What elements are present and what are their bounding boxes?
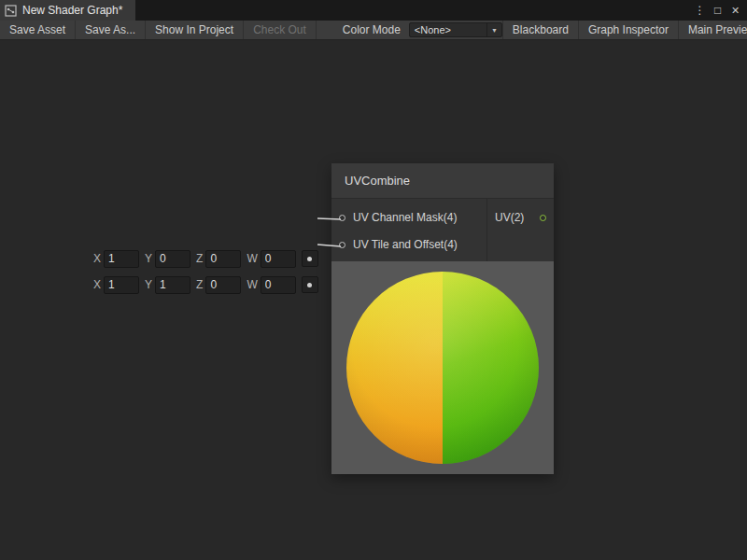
edge-connector-stub[interactable]	[302, 250, 318, 267]
port-circle-icon[interactable]	[339, 215, 345, 221]
tab-new-shader-graph[interactable]: New Shader Graph*	[0, 0, 135, 21]
shader-graph-toolbar: Save Asset Save As... Show In Project Ch…	[0, 21, 747, 40]
field-label-w: W	[247, 252, 257, 265]
shader-graph-window: New Shader Graph* ⋮ □ ✕ Save Asset Save …	[0, 0, 747, 560]
node-uvcombine[interactable]: UVCombine UV Channel Mask(4) UV Tile and…	[331, 163, 554, 474]
color-mode-value: <None>	[415, 24, 451, 35]
close-icon[interactable]: ✕	[728, 0, 742, 21]
graph-inspector-toggle-button[interactable]: Graph Inspector	[578, 21, 678, 39]
node-title: UVCombine	[345, 174, 410, 188]
vector4-input-row-channel-mask: X Y Z W	[93, 249, 318, 268]
z-value-field[interactable]	[205, 250, 241, 268]
output-port-label: UV(2)	[495, 211, 524, 224]
y-value-field[interactable]	[155, 250, 190, 268]
save-as-button[interactable]: Save As...	[76, 21, 146, 39]
maximize-icon[interactable]: □	[711, 0, 725, 21]
vector-field-y: Y	[145, 250, 190, 268]
vector-field-y: Y	[145, 276, 190, 294]
input-ports: UV Channel Mask(4) UV Tile and Offset(4)	[331, 199, 486, 261]
blackboard-toggle-button[interactable]: Blackboard	[502, 21, 578, 39]
sphere-shading	[346, 272, 539, 464]
x-value-field[interactable]	[104, 250, 139, 268]
node-preview	[331, 261, 554, 474]
tab-bar: New Shader Graph* ⋮ □ ✕	[0, 0, 747, 21]
z-value-field[interactable]	[205, 276, 241, 294]
w-value-field[interactable]	[261, 250, 296, 268]
field-label-x: X	[93, 278, 101, 291]
graph-canvas[interactable]: UVCombine UV Channel Mask(4) UV Tile and…	[0, 40, 747, 560]
check-out-button: Check Out	[244, 21, 317, 39]
vector-field-w: W	[247, 276, 295, 294]
port-circle-icon[interactable]	[339, 242, 345, 248]
vector-field-x: X	[93, 276, 139, 294]
toolbar-right-group: Blackboard Graph Inspector Main Preview	[502, 21, 747, 39]
input-port-uv-tile-offset[interactable]: UV Tile and Offset(4)	[339, 237, 486, 252]
window-controls: ⋮ □ ✕	[693, 0, 747, 21]
vector-field-w: W	[247, 250, 295, 268]
x-value-field[interactable]	[104, 276, 139, 294]
vector4-input-row-tile-offset: X Y Z W	[93, 275, 318, 294]
field-label-y: Y	[145, 278, 152, 291]
color-mode-label: Color Mode	[343, 23, 401, 36]
save-asset-button[interactable]: Save Asset	[0, 21, 76, 39]
field-label-z: Z	[196, 278, 203, 291]
chevron-down-icon: ▼	[486, 23, 501, 36]
vector-field-z: Z	[196, 276, 241, 294]
y-value-field[interactable]	[155, 276, 190, 294]
connector-dot-icon	[307, 283, 312, 287]
node-ports: UV Channel Mask(4) UV Tile and Offset(4)…	[331, 199, 554, 261]
menu-icon[interactable]: ⋮	[693, 0, 707, 21]
color-mode-group: Color Mode <None> ▼	[343, 21, 502, 39]
output-ports: UV(2)	[486, 199, 554, 261]
show-in-project-button[interactable]: Show In Project	[146, 21, 244, 39]
input-port-label: UV Channel Mask(4)	[353, 211, 457, 224]
node-header[interactable]: UVCombine	[331, 163, 554, 199]
output-port-uv[interactable]: UV(2)	[495, 210, 546, 225]
shader-graph-icon	[5, 5, 17, 17]
w-value-field[interactable]	[261, 276, 296, 294]
port-circle-icon[interactable]	[540, 215, 546, 221]
main-preview-toggle-button[interactable]: Main Preview	[678, 21, 747, 39]
tab-title: New Shader Graph*	[22, 4, 122, 17]
field-label-w: W	[247, 278, 257, 291]
field-label-y: Y	[145, 252, 152, 265]
field-label-z: Z	[196, 252, 203, 265]
connector-dot-icon	[307, 257, 312, 261]
input-port-label: UV Tile and Offset(4)	[353, 238, 458, 251]
color-mode-dropdown[interactable]: <None> ▼	[409, 22, 502, 37]
field-label-x: X	[93, 252, 101, 265]
preview-sphere	[346, 272, 539, 464]
vector-field-z: Z	[196, 250, 241, 268]
vector-field-x: X	[93, 250, 139, 268]
input-port-uv-channel-mask[interactable]: UV Channel Mask(4)	[339, 210, 486, 225]
edge-connector-stub[interactable]	[302, 276, 318, 293]
